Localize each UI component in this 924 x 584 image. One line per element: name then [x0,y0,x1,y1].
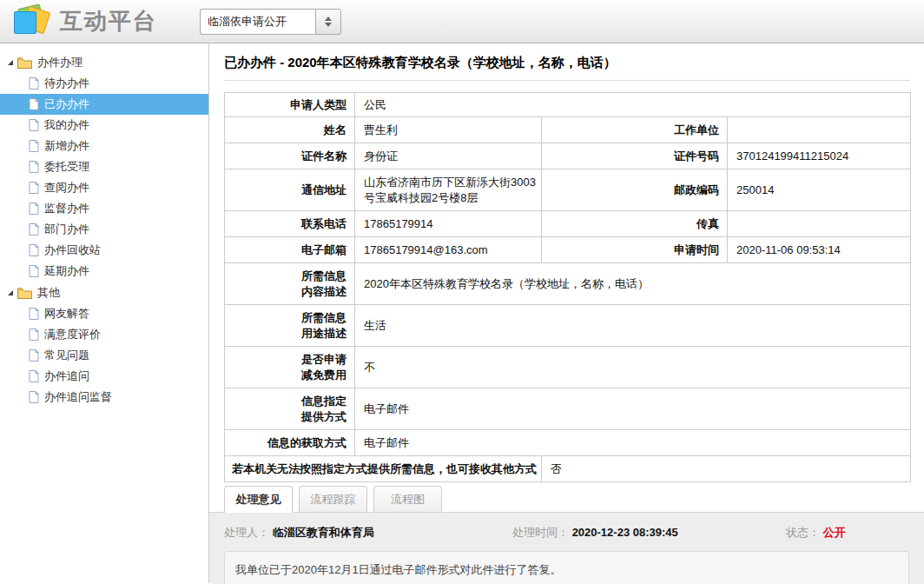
tab-process-tracking[interactable]: 流程跟踪 [299,486,367,512]
field-value: 17865179914 [355,211,542,237]
sidebar-group-qita[interactable]: 其他 [0,282,208,303]
sidebar-item-label: 满意度评价 [44,327,101,342]
sidebar-group-label: 其他 [37,285,60,301]
document-icon [29,244,39,256]
sidebar-group-banjian[interactable]: 办件办理 [0,52,208,73]
sidebar-item-label: 查阅办件 [44,180,89,196]
tab-handling-opinion[interactable]: 处理意见 [224,486,293,513]
sidebar-item-label: 委托受理 [44,159,89,175]
app-logo-icon [11,4,51,39]
main-content: 已办办件 - 2020年本区特殊教育学校名录（学校地址，名称，电话） 申请人类型… [209,43,924,583]
sidebar-item-label: 网友解答 [44,306,89,322]
document-icon [29,308,39,320]
field-value: 电子邮件 [355,388,911,430]
document-icon [29,328,39,341]
field-label: 信息指定 提供方式 [225,388,355,430]
sidebar-item-label: 部门办件 [44,222,89,237]
field-label: 申请人类型 [225,93,355,117]
folder-icon [17,288,32,299]
channel-combobox-value[interactable]: 临淄依申请公开 [200,9,315,35]
document-icon [29,202,39,215]
field-value: 山东省济南市历下区新泺大街3003号宝威科技园2号楼8层 [355,169,542,211]
field-value: 不 [355,347,911,388]
field-label: 邮政编码 [542,169,728,211]
sidebar-item-chayue[interactable]: 查阅办件 [0,177,208,198]
sidebar-item-changjian[interactable]: 常见问题 [0,345,208,366]
status-badge: 公开 [823,526,846,539]
field-value: 身份证 [355,143,542,169]
document-icon [29,182,39,194]
field-label: 工作单位 [542,117,728,143]
sidebar-item-label: 常见问题 [44,348,89,363]
sidebar-item-daiban[interactable]: 待办办件 [0,73,208,94]
sidebar-group-label: 办件办理 [37,55,82,70]
sidebar-item-label: 已办办件 [44,96,89,112]
document-icon [29,77,39,90]
sidebar-item-xinzeng[interactable]: 新增办件 [0,136,208,156]
field-value: 否 [542,456,911,482]
field-label: 姓名 [225,117,355,143]
document-icon [29,98,39,110]
sidebar-tree: 办件办理 待办办件 已办办件 我的办件 新增办件 委托受理 查阅办件 [0,43,209,583]
detail-tab-bar: 处理意见 流程跟踪 流程图 [209,482,924,513]
sidebar-item-label: 办件追问监督 [44,389,112,405]
sidebar-item-wode[interactable]: 我的办件 [0,115,208,136]
channel-combobox[interactable]: 临淄依申请公开 [200,9,341,35]
field-label: 证件号码 [542,143,728,169]
sidebar-item-label: 办件回收站 [44,242,101,258]
sidebar-item-weituo[interactable]: 委托受理 [0,156,208,177]
application-detail-table: 申请人类型 公民 姓名 曹生利 工作单位 证件名称 身份证 证件号码 37012… [224,92,911,482]
document-icon [29,223,39,236]
field-value: 生活 [355,305,911,347]
sidebar-item-jiandu[interactable]: 监督办件 [0,198,208,219]
sidebar-item-label: 我的办件 [44,117,89,133]
sidebar-item-label: 待办办件 [44,76,89,91]
handle-time-value: 2020-12-23 08:39:45 [572,526,678,539]
tab-flow-chart[interactable]: 流程图 [373,486,442,512]
handler-label: 处理人： [224,526,269,539]
sidebar-item-zhuiwen[interactable]: 办件追问 [0,366,208,387]
app-title: 互动平台 [60,6,157,36]
sidebar-item-manyidu[interactable]: 满意度评价 [0,324,208,345]
field-label: 所需信息 内容描述 [225,263,355,305]
folder-icon [17,57,32,69]
sidebar-item-yanqi[interactable]: 延期办件 [0,261,208,282]
sidebar-item-bumen[interactable]: 部门办件 [0,219,208,240]
field-value [728,211,911,237]
field-label: 传真 [542,211,728,237]
field-label: 电子邮箱 [225,237,355,263]
document-icon [29,265,39,277]
field-value: 电子邮件 [355,430,911,456]
sidebar-item-zhuiwen-jiandu[interactable]: 办件追问监督 [0,387,208,408]
document-icon [29,119,39,131]
field-value: 2020年本区特殊教育学校名录（学校地址，名称，电话） [355,263,911,305]
expander-icon[interactable] [8,290,13,295]
document-icon [29,140,39,152]
field-value: 17865179914@163.com [355,237,542,263]
document-icon [29,370,39,382]
field-label: 通信地址 [225,169,355,211]
document-icon [29,391,39,403]
field-value: 370124199411215024 [728,143,911,169]
field-value: 公民 [355,93,911,117]
sidebar-item-label: 办件追问 [44,368,89,384]
document-icon [29,161,39,173]
handling-opinion-panel: 处理人： 临淄区教育和体育局 处理时间： 2020-12-23 08:39:45… [209,513,924,584]
handler-value: 临淄区教育和体育局 [273,526,374,539]
sidebar-item-huishouzhan[interactable]: 办件回收站 [0,240,208,261]
sidebar-item-yiban-selected[interactable]: 已办办件 [0,94,208,115]
combobox-spinner-icon[interactable] [315,9,341,35]
sidebar-item-label: 监督办件 [44,201,89,216]
field-label: 信息的获取方式 [225,430,355,456]
field-value: 2020-11-06 09:53:14 [728,237,911,263]
status-label: 状态： [786,526,820,539]
sidebar-item-label: 延期办件 [44,263,89,279]
sidebar-item-wangyou[interactable]: 网友解答 [0,303,208,324]
sidebar-item-label: 新增办件 [44,138,89,154]
field-label: 若本机关无法按照指定方式提供所需信息，也可接收其他方式 [225,456,542,482]
handle-time-label: 处理时间： [512,526,569,539]
expander-icon[interactable] [8,60,13,65]
reply-message: 我单位已于2020年12月1日通过电子邮件形式对此件进行了答复。 [224,551,909,584]
field-label: 证件名称 [225,143,355,169]
app-header: 互动平台 临淄依申请公开 [0,0,924,43]
